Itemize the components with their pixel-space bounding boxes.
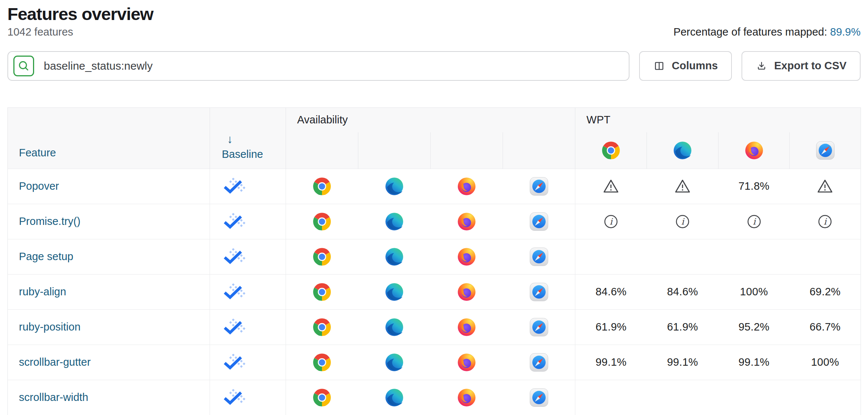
baseline-newly-icon xyxy=(223,319,246,335)
availability-cell-safari xyxy=(503,309,575,345)
availability-subheader-chrome xyxy=(286,132,358,169)
wpt-cell-chrome xyxy=(575,239,647,274)
wpt-cell-chrome xyxy=(575,169,647,204)
columns-button-label: Columns xyxy=(672,60,718,72)
export-csv-button[interactable]: Export to CSV xyxy=(742,51,861,81)
feature-link[interactable]: Promise.try() xyxy=(19,215,80,227)
wpt-cell-firefox: 99.1% xyxy=(719,345,790,380)
wpt-score: 99.1% xyxy=(667,356,698,368)
search-icon xyxy=(13,56,34,76)
availability-cell-chrome xyxy=(286,274,358,309)
feature-cell: scrollbar-width xyxy=(8,380,210,415)
chrome-icon xyxy=(601,141,621,160)
wpt-cell-safari: 69.2% xyxy=(790,274,861,309)
chrome-icon xyxy=(312,318,332,337)
page-title: Features overview xyxy=(7,4,861,24)
availability-cell-chrome xyxy=(286,380,358,415)
chrome-icon xyxy=(312,353,332,372)
feature-link[interactable]: scrollbar-gutter xyxy=(19,356,91,368)
wpt-subheader-chrome xyxy=(575,132,647,169)
feature-cell: ruby-align xyxy=(8,274,210,309)
column-header-baseline[interactable]: ↓ Baseline xyxy=(210,107,286,169)
chrome-icon xyxy=(312,177,332,196)
wpt-cell-safari: 66.7% xyxy=(790,309,861,345)
baseline-newly-icon xyxy=(223,389,246,406)
chrome-icon xyxy=(312,247,332,266)
firefox-icon xyxy=(457,282,476,302)
edge-icon xyxy=(385,353,404,372)
feature-cell: scrollbar-gutter xyxy=(8,345,210,380)
baseline-sort-link[interactable]: Baseline xyxy=(222,148,263,160)
mapped-percentage-link[interactable]: 89.9% xyxy=(830,26,861,38)
feature-link[interactable]: scrollbar-width xyxy=(19,391,88,403)
safari-icon xyxy=(529,177,549,196)
warning-icon xyxy=(816,178,834,195)
baseline-status-cell xyxy=(210,380,286,415)
feature-sort-link[interactable]: Feature xyxy=(19,147,56,159)
edge-icon xyxy=(385,318,404,337)
availability-subheader-firefox xyxy=(431,132,503,169)
wpt-score: 61.9% xyxy=(667,321,698,333)
columns-button[interactable]: Columns xyxy=(639,51,732,81)
warning-icon xyxy=(674,178,691,195)
feature-cell: Page setup xyxy=(8,239,210,274)
baseline-status-cell xyxy=(210,169,286,204)
info-icon: i xyxy=(603,214,619,229)
firefox-icon xyxy=(744,141,764,160)
wpt-score: 100% xyxy=(740,286,768,298)
availability-cell-edge xyxy=(358,274,431,309)
availability-cell-firefox xyxy=(431,309,503,345)
wpt-cell-chrome: 61.9% xyxy=(575,309,647,345)
feature-link[interactable]: ruby-align xyxy=(19,286,66,298)
wpt-score: 84.6% xyxy=(595,286,627,298)
feature-link[interactable]: Page setup xyxy=(19,250,73,262)
availability-cell-chrome xyxy=(286,345,358,380)
firefox-icon xyxy=(457,353,476,372)
wpt-cell-firefox: 71.8% xyxy=(719,169,790,204)
wpt-cell-chrome xyxy=(575,380,647,415)
chrome-icon xyxy=(312,212,332,231)
wpt-cell-edge: 99.1% xyxy=(647,345,719,380)
wpt-score: 99.1% xyxy=(595,356,627,368)
table-header-group-row: Feature ↓ Baseline Availability WPT xyxy=(8,107,861,132)
features-overview-page: Features overview 1042 features Percenta… xyxy=(0,0,868,415)
availability-cell-chrome xyxy=(286,309,358,345)
search-box[interactable] xyxy=(7,51,629,81)
availability-cell-edge xyxy=(358,169,431,204)
availability-cell-safari xyxy=(503,169,575,204)
feature-link[interactable]: ruby-position xyxy=(19,321,80,333)
column-header-feature[interactable]: Feature xyxy=(8,107,210,169)
availability-cell-edge xyxy=(358,380,431,415)
edge-icon xyxy=(385,247,404,266)
info-icon: i xyxy=(817,214,833,229)
availability-cell-firefox xyxy=(431,169,503,204)
wpt-cell-safari xyxy=(790,380,861,415)
feature-link[interactable]: Popover xyxy=(19,180,59,192)
column-group-availability: Availability xyxy=(286,107,575,132)
baseline-newly-icon xyxy=(223,354,246,371)
wpt-score: 66.7% xyxy=(809,321,841,333)
availability-subheader-safari xyxy=(503,132,575,169)
page-subheader: 1042 features Percentage of features map… xyxy=(7,26,861,39)
wpt-cell-chrome: 99.1% xyxy=(575,345,647,380)
wpt-score: 100% xyxy=(811,356,839,368)
baseline-newly-icon xyxy=(223,178,246,195)
edge-icon xyxy=(385,388,404,407)
feature-cell: Promise.try() xyxy=(8,204,210,239)
export-csv-button-label: Export to CSV xyxy=(774,60,846,72)
baseline-status-cell xyxy=(210,309,286,345)
mapped-percentage-label: Percentage of features mapped: xyxy=(673,26,827,38)
feature-cell: Popover xyxy=(8,169,210,204)
wpt-cell-edge xyxy=(647,380,719,415)
feature-count: 1042 features xyxy=(7,26,73,39)
wpt-cell-firefox: i xyxy=(719,204,790,239)
wpt-cell-chrome: 84.6% xyxy=(575,274,647,309)
table-row: scrollbar-gutter 99.1%99.1%99.1 xyxy=(8,345,861,380)
safari-icon xyxy=(529,282,549,302)
features-table: Feature ↓ Baseline Availability WPT xyxy=(7,107,861,415)
edge-icon xyxy=(385,177,404,196)
firefox-icon xyxy=(457,247,476,266)
table-row: Popover xyxy=(8,169,861,204)
table-row: ruby-align 84.6%84.6%100%69.2% xyxy=(8,274,861,309)
search-input[interactable] xyxy=(43,59,624,73)
